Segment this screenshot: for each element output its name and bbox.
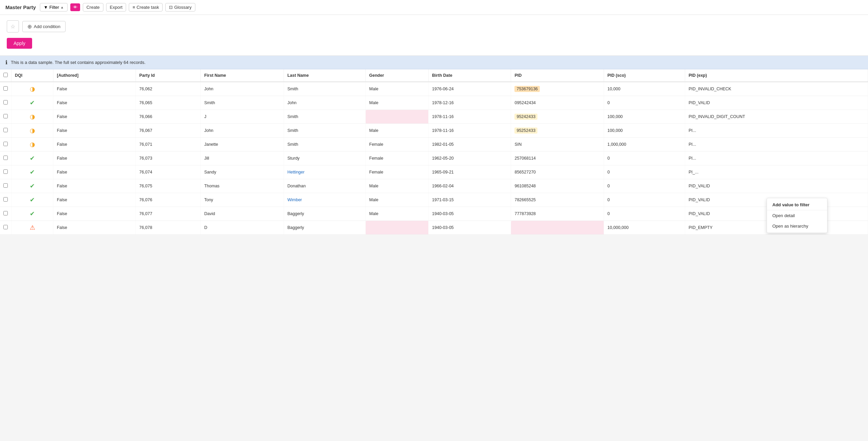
dqi-cell: ✔ <box>11 96 53 110</box>
last-name-cell: Baggerly <box>284 207 366 221</box>
list-icon: ≡ <box>132 5 135 10</box>
gender-cell: Male <box>366 179 429 193</box>
pid-exp-cell: PID_INVALID_CHECK <box>685 82 868 96</box>
pid-cell: 95252433 <box>511 124 604 138</box>
col-pid-sco: PID (sco) <box>604 69 685 82</box>
filter-button[interactable]: ▼ Filter ▲ <box>40 3 68 11</box>
pid-cell: 753679136 <box>511 82 604 96</box>
row-checkbox[interactable] <box>3 211 8 215</box>
last-name-cell: Baggerly <box>284 221 366 235</box>
filter-row: ☆ ⊕ Add condition <box>7 20 861 32</box>
col-birth-date: Birth Date <box>429 69 511 82</box>
pid-cell: 782665525 <box>511 193 604 207</box>
authored-cell: False <box>53 96 136 110</box>
page-title: Master Party <box>5 4 36 10</box>
star-button[interactable]: ☆ <box>7 20 19 32</box>
gender-cell: Male <box>366 193 429 207</box>
row-checkbox-cell <box>0 165 11 179</box>
dqi-cell: ◑ <box>11 110 53 124</box>
gender-cell: Female <box>366 138 429 152</box>
first-name-cell: J <box>201 110 284 124</box>
gender-cell: Male <box>366 124 429 138</box>
row-checkbox[interactable] <box>3 114 8 118</box>
dqi-cell: ◑ <box>11 124 53 138</box>
col-authored: [Authored] <box>53 69 136 82</box>
row-checkbox[interactable] <box>3 100 8 105</box>
apply-button[interactable]: Apply <box>7 38 32 49</box>
plus-icon: ⊕ <box>27 23 32 30</box>
col-pid-exp: PID (exp) <box>685 69 868 82</box>
table-header-row: DQI [Authored] Party Id First Name Last … <box>0 69 868 82</box>
birth-date-cell: 1982-01-05 <box>429 138 511 152</box>
info-icon: ℹ <box>5 59 7 66</box>
birth-date-cell: 1965-09-21 <box>429 165 511 179</box>
party-id-cell: 76,066 <box>136 110 201 124</box>
row-checkbox[interactable] <box>3 156 8 160</box>
authored-cell: False <box>53 110 136 124</box>
row-checkbox[interactable] <box>3 183 8 188</box>
context-menu-open-hierarchy[interactable]: Open as hierarchy <box>767 221 827 231</box>
filter-icon: ▼ <box>44 5 48 10</box>
gender-cell: Male <box>366 96 429 110</box>
dqi-ok-icon: ✔ <box>30 196 35 203</box>
row-checkbox[interactable] <box>3 86 8 91</box>
table-row: ◑False76,071JanetteSmithFemale1982-01-05… <box>0 138 868 152</box>
create-task-button[interactable]: ≡ Create task <box>129 3 163 11</box>
dqi-cell: ✔ <box>11 165 53 179</box>
table-row: ◑False76,062JohnSmithMale1976-06-2475367… <box>0 82 868 96</box>
row-checkbox[interactable] <box>3 225 8 229</box>
table-row: ✔False76,075ThomasDonathanMale1966-02-04… <box>0 179 868 193</box>
birth-date-cell: 1976-06-24 <box>429 82 511 96</box>
data-table-wrapper: DQI [Authored] Party Id First Name Last … <box>0 69 868 235</box>
pid-sco-cell: 1,000,000 <box>604 138 685 152</box>
birth-date-cell: 1978-12-16 <box>429 96 511 110</box>
add-condition-button[interactable]: ⊕ Add condition <box>22 21 66 32</box>
select-all-header[interactable] <box>0 69 11 82</box>
first-name-cell: Thomas <box>201 179 284 193</box>
info-banner: ℹ This is a data sample. The full set co… <box>0 56 868 69</box>
party-id-cell: 76,077 <box>136 207 201 221</box>
eye-button[interactable]: 👁 <box>70 3 80 11</box>
pid-cell: 257068114 <box>511 152 604 165</box>
party-id-cell: 76,062 <box>136 82 201 96</box>
eye-icon: 👁 <box>73 5 77 10</box>
dqi-cell: ⚠ <box>11 221 53 235</box>
dqi-warn-icon: ◑ <box>30 127 35 134</box>
col-gender: Gender <box>366 69 429 82</box>
dqi-cell: ✔ <box>11 207 53 221</box>
row-checkbox[interactable] <box>3 142 8 146</box>
row-checkbox[interactable] <box>3 128 8 132</box>
last-name-cell: John <box>284 96 366 110</box>
pid-sco-cell: 0 <box>604 207 685 221</box>
first-name-cell: Smith <box>201 96 284 110</box>
create-button[interactable]: Create <box>83 3 103 11</box>
table-row: ◑False76,067JohnSmithMale1978-11-1695252… <box>0 124 868 138</box>
dqi-cell: ✔ <box>11 179 53 193</box>
pid-cell <box>511 221 604 235</box>
first-name-cell: Jill <box>201 152 284 165</box>
birth-date-cell: 1978-11-16 <box>429 110 511 124</box>
party-id-cell: 76,075 <box>136 179 201 193</box>
export-button[interactable]: Export <box>106 3 126 11</box>
row-checkbox[interactable] <box>3 197 8 202</box>
gender-cell: Female <box>366 152 429 165</box>
party-id-cell: 76,078 <box>136 221 201 235</box>
pid-exp-cell: PID_VALID <box>685 96 868 110</box>
data-table: DQI [Authored] Party Id First Name Last … <box>0 69 868 235</box>
col-last-name: Last Name <box>284 69 366 82</box>
dqi-warn-icon: ◑ <box>30 113 35 120</box>
pid-exp-cell: PID_INVALID_DIGIT_COUNT <box>685 110 868 124</box>
pid-sco-cell: 0 <box>604 96 685 110</box>
pid-sco-cell: 0 <box>604 179 685 193</box>
context-menu-open-detail[interactable]: Open detail <box>767 210 827 221</box>
party-id-cell: 76,065 <box>136 96 201 110</box>
row-checkbox-cell <box>0 152 11 165</box>
pid-sco-cell: 10,000 <box>604 82 685 96</box>
pid-cell: 856527270 <box>511 165 604 179</box>
row-checkbox[interactable] <box>3 169 8 174</box>
caret-icon: ▲ <box>61 5 64 9</box>
birth-date-cell: 1940-03-05 <box>429 221 511 235</box>
select-all-checkbox[interactable] <box>3 73 8 77</box>
first-name-cell: Sandy <box>201 165 284 179</box>
glossary-button[interactable]: ⊡ Glossary <box>165 3 195 11</box>
